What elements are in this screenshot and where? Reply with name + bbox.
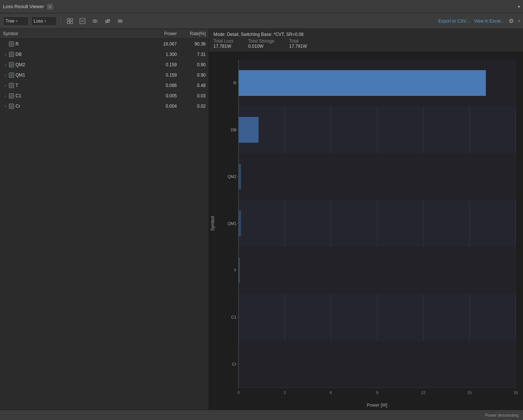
- window-chevron[interactable]: ▾: [518, 4, 520, 9]
- table-row[interactable]: ›QM20.1590.90: [0, 60, 209, 70]
- row-rate-value: 0.02: [180, 104, 206, 109]
- grid-button[interactable]: [65, 16, 75, 26]
- svg-text:9: 9: [376, 390, 378, 395]
- toolbar-right: Export to CSV... View in Excel... ⚙ ▾: [438, 17, 520, 24]
- close-button[interactable]: ×: [47, 4, 53, 10]
- row-power-value: 1.300: [154, 52, 180, 57]
- row-checkbox[interactable]: [9, 52, 14, 57]
- svg-text:DB: DB: [231, 128, 236, 132]
- total-stat: Total 17.791W: [289, 38, 307, 49]
- chart-stats: Total Loss 17.781W Total Storage 0.010W …: [213, 38, 519, 49]
- rate-column-header: Rate[%]: [180, 31, 206, 36]
- row-checkbox[interactable]: [9, 73, 14, 78]
- table-row[interactable]: ›C10.0050.03: [0, 91, 209, 101]
- row-checkbox[interactable]: [9, 62, 14, 67]
- total-storage-value: 0.010W: [248, 44, 274, 49]
- svg-rect-0: [67, 19, 70, 21]
- view-mode-dropdown[interactable]: Tree ▾: [3, 16, 29, 26]
- row-checkbox[interactable]: [9, 83, 14, 88]
- symbol-column-header: Symbol: [3, 31, 154, 36]
- svg-text:Cr: Cr: [232, 362, 236, 366]
- row-power-value: 16.067: [154, 41, 180, 47]
- svg-rect-34: [239, 70, 486, 96]
- row-rate-value: 0.90: [180, 62, 206, 67]
- eye-slash-button[interactable]: [102, 16, 113, 26]
- svg-text:T: T: [234, 268, 236, 273]
- status-text: Power descending: [485, 413, 519, 417]
- total-loss-stat: Total Loss 17.781W: [213, 38, 233, 49]
- svg-point-6: [93, 20, 97, 23]
- svg-text:12: 12: [421, 390, 425, 395]
- svg-rect-37: [239, 117, 259, 143]
- total-label: Total: [289, 38, 307, 44]
- expand-icon[interactable]: [3, 41, 8, 47]
- total-loss-value: 17.781W: [213, 44, 233, 49]
- row-checkbox[interactable]: [9, 104, 14, 109]
- svg-text:R: R: [233, 81, 236, 85]
- chart-area: 0369121518Power [W]SymbolRDBQM2QM1TC1Cr: [209, 52, 523, 410]
- svg-rect-44: [239, 211, 241, 236]
- table-row[interactable]: ›DB1.3007.31: [0, 49, 209, 60]
- row-symbol-label: T: [16, 83, 154, 88]
- eye-button[interactable]: [90, 16, 100, 26]
- svg-text:6: 6: [330, 390, 332, 395]
- expand-icon[interactable]: ›: [3, 83, 8, 88]
- expand-icon[interactable]: ›: [3, 104, 8, 109]
- table-row[interactable]: ›T0.0860.48: [0, 80, 209, 91]
- expand-icon[interactable]: ›: [3, 52, 8, 57]
- expand-icon[interactable]: ›: [3, 62, 8, 67]
- row-symbol-label: C1: [16, 93, 154, 98]
- equals-button[interactable]: [115, 16, 125, 26]
- svg-text:18: 18: [513, 390, 518, 395]
- right-panel: Mode: Detail, Switching Base: *CVT, SR=0…: [209, 29, 523, 410]
- total-storage-stat: Total Storage 0.010W: [248, 38, 274, 49]
- left-panel: Symbol Power Rate[%] R16.06790.36›DB1.30…: [0, 29, 209, 410]
- row-rate-value: 0.03: [180, 93, 206, 98]
- display-type-dropdown[interactable]: Loss ▾: [31, 16, 57, 26]
- table-header: Symbol Power Rate[%]: [0, 29, 209, 39]
- expand-icon[interactable]: ›: [3, 73, 8, 78]
- row-symbol-label: R: [16, 41, 154, 47]
- svg-text:QM1: QM1: [227, 221, 236, 226]
- settings-gear-icon[interactable]: ⚙: [509, 17, 514, 24]
- svg-point-7: [94, 20, 96, 22]
- svg-text:Power [W]: Power [W]: [367, 403, 387, 408]
- row-symbol-label: QM2: [16, 62, 154, 67]
- svg-rect-2: [67, 21, 70, 24]
- view-excel-link[interactable]: View in Excel...: [474, 19, 504, 24]
- collapse-button[interactable]: [77, 16, 88, 26]
- tree-table: R16.06790.36›DB1.3007.31›QM20.1590.90›QM…: [0, 39, 209, 111]
- svg-rect-3: [70, 21, 72, 24]
- svg-rect-40: [239, 153, 516, 200]
- toolbar-separator-1: [61, 17, 61, 26]
- row-power-value: 0.005: [154, 93, 180, 98]
- main-content: Symbol Power Rate[%] R16.06790.36›DB1.30…: [0, 29, 523, 410]
- row-symbol-label: Cr: [16, 104, 154, 109]
- svg-text:C1: C1: [231, 315, 236, 319]
- status-bar: Power descending: [0, 410, 523, 420]
- svg-rect-1: [70, 19, 72, 21]
- svg-rect-41: [239, 164, 241, 190]
- window-title: Loss Result Viewer: [3, 4, 44, 9]
- table-row[interactable]: ›Cr0.0040.02: [0, 101, 209, 111]
- row-symbol-label: QM1: [16, 73, 154, 78]
- total-value: 17.791W: [289, 44, 307, 49]
- table-row[interactable]: ›QM10.1590.90: [0, 70, 209, 80]
- svg-text:0: 0: [237, 390, 240, 395]
- table-row[interactable]: R16.06790.36: [0, 39, 209, 49]
- power-column-header: Power: [154, 31, 180, 36]
- svg-rect-48: [239, 258, 240, 283]
- row-checkbox[interactable]: [9, 93, 14, 98]
- row-power-value: 0.086: [154, 83, 180, 88]
- row-checkbox[interactable]: [9, 41, 14, 47]
- row-power-value: 0.159: [154, 62, 180, 67]
- row-rate-value: 7.31: [180, 52, 206, 57]
- row-rate-value: 0.48: [180, 83, 206, 88]
- toolbar: Tree ▾ Loss ▾: [0, 13, 523, 29]
- total-storage-label: Total Storage: [248, 38, 274, 44]
- row-rate-value: 0.90: [180, 73, 206, 78]
- svg-text:QM2: QM2: [227, 174, 236, 179]
- row-power-value: 0.004: [154, 104, 180, 109]
- export-csv-link[interactable]: Export to CSV...: [438, 19, 470, 24]
- expand-icon[interactable]: ›: [3, 93, 8, 98]
